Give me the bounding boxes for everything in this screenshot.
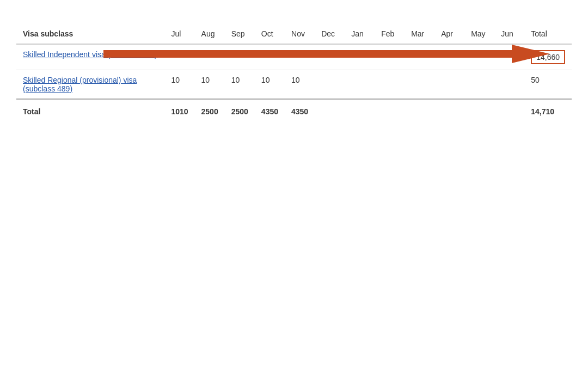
total-value: [434, 99, 464, 124]
total-value: [494, 99, 524, 124]
visa-subclass-cell: Skilled Regional (provisional) visa (sub…: [16, 70, 164, 99]
col-header-jun: Jun: [494, 24, 524, 44]
data-cell: [464, 70, 494, 99]
data-cell: [494, 70, 524, 99]
data-cell: 10: [255, 70, 285, 99]
col-header-feb: Feb: [375, 24, 405, 44]
data-cell: 2490: [225, 44, 255, 70]
data-cell: [345, 44, 375, 70]
highlighted-total: 14,660: [531, 50, 565, 64]
data-cell: 50: [524, 70, 572, 99]
data-cell: 4340: [255, 44, 285, 70]
col-header-mar: Mar: [405, 24, 434, 44]
data-cell: [315, 44, 345, 70]
col-header-apr: Apr: [434, 24, 464, 44]
data-cell: [375, 44, 405, 70]
col-header-jan: Jan: [345, 24, 375, 44]
visa-subclass-link[interactable]: Skilled Regional (provisional) visa (sub…: [23, 76, 137, 93]
total-value: [464, 99, 494, 124]
data-cell: [345, 70, 375, 99]
total-value: [345, 99, 375, 124]
col-header-jul: Jul: [164, 24, 194, 44]
data-cell: [405, 44, 434, 70]
col-header-sep: Sep: [225, 24, 255, 44]
data-cell: 10: [285, 70, 315, 99]
data-cell: 14,660: [524, 44, 572, 70]
invitations-table: Visa subclassJulAugSepOctNovDecJanFebMar…: [16, 24, 572, 124]
data-cell: 10: [195, 70, 225, 99]
total-value: [405, 99, 434, 124]
total-value: [375, 99, 405, 124]
visa-subclass-cell: Skilled Independent visa (subclass 189): [16, 44, 164, 70]
visa-subclass-link[interactable]: Skilled Independent visa (subclass 189): [23, 50, 157, 59]
data-cell: 10: [164, 70, 194, 99]
data-cell: 10: [225, 70, 255, 99]
table-header-row: Visa subclassJulAugSepOctNovDecJanFebMar…: [16, 24, 572, 44]
data-cell: [375, 70, 405, 99]
data-cell: [434, 44, 464, 70]
total-value: [315, 99, 345, 124]
data-cell: 2490: [195, 44, 225, 70]
total-value: 1010: [164, 99, 194, 124]
data-cell: 1000: [164, 44, 194, 70]
col-header-may: May: [464, 24, 494, 44]
data-cell: [405, 70, 434, 99]
total-value: 14,710: [524, 99, 572, 124]
data-cell: [434, 70, 464, 99]
data-cell: [315, 70, 345, 99]
data-cell: [494, 44, 524, 70]
total-value: 4350: [255, 99, 285, 124]
table-row: Skilled Regional (provisional) visa (sub…: [16, 70, 572, 99]
col-header-dec: Dec: [315, 24, 345, 44]
data-cell: 4340: [285, 44, 315, 70]
total-row: Total1010250025004350435014,710: [16, 99, 572, 124]
col-header-nov: Nov: [285, 24, 315, 44]
total-value: 4350: [285, 99, 315, 124]
total-value: 2500: [225, 99, 255, 124]
col-header-visa-subclass: Visa subclass: [16, 24, 164, 44]
table-row: Skilled Independent visa (subclass 189)1…: [16, 44, 572, 70]
col-header-total: Total: [524, 24, 572, 44]
data-cell: [464, 44, 494, 70]
col-header-oct: Oct: [255, 24, 285, 44]
total-value: 2500: [195, 99, 225, 124]
total-label: Total: [16, 99, 164, 124]
col-header-aug: Aug: [195, 24, 225, 44]
